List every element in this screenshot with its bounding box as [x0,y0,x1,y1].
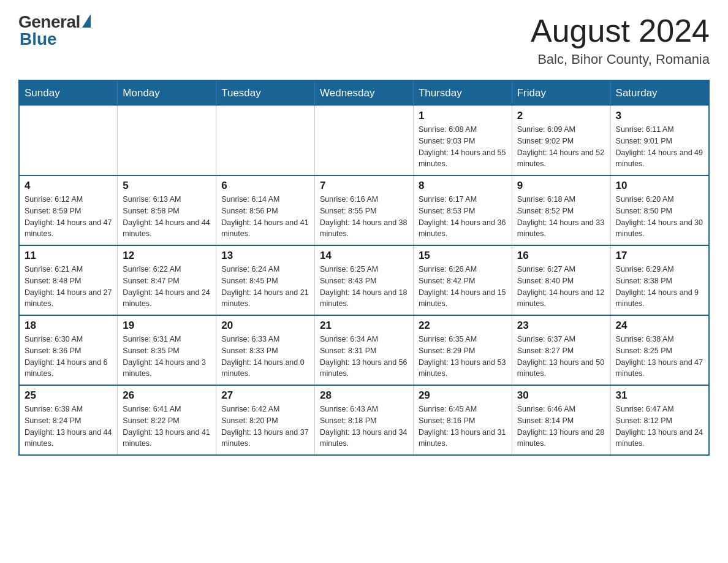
day-info: Sunrise: 6:25 AMSunset: 8:43 PMDaylight:… [320,264,408,310]
day-info: Sunrise: 6:27 AMSunset: 8:40 PMDaylight:… [517,264,605,310]
day-number: 5 [123,180,211,192]
title-area: August 2024 Balc, Bihor County, Romania [531,12,710,67]
column-header-saturday: Saturday [610,80,709,106]
calendar-cell [118,106,216,176]
day-number: 28 [320,389,408,402]
calendar-cell: 29Sunrise: 6:45 AMSunset: 8:16 PMDayligh… [413,385,512,455]
day-info: Sunrise: 6:16 AMSunset: 8:55 PMDaylight:… [320,194,408,240]
location-title: Balc, Bihor County, Romania [531,52,710,67]
day-number: 31 [616,389,703,402]
calendar-cell: 3Sunrise: 6:11 AMSunset: 9:01 PMDaylight… [610,106,709,176]
day-info: Sunrise: 6:34 AMSunset: 8:31 PMDaylight:… [320,334,408,380]
day-info: Sunrise: 6:29 AMSunset: 8:38 PMDaylight:… [616,264,703,310]
day-info: Sunrise: 6:17 AMSunset: 8:53 PMDaylight:… [419,194,507,240]
calendar-cell: 25Sunrise: 6:39 AMSunset: 8:24 PMDayligh… [19,385,118,455]
day-info: Sunrise: 6:38 AMSunset: 8:25 PMDaylight:… [616,334,703,380]
day-info: Sunrise: 6:33 AMSunset: 8:33 PMDaylight:… [221,334,309,380]
calendar-cell [216,106,315,176]
calendar-cell [315,106,414,176]
day-info: Sunrise: 6:20 AMSunset: 8:50 PMDaylight:… [616,194,703,240]
day-number: 4 [25,180,112,192]
day-number: 8 [419,180,507,192]
month-title: August 2024 [531,12,710,49]
column-header-friday: Friday [512,80,610,106]
calendar-cell: 2Sunrise: 6:09 AMSunset: 9:02 PMDaylight… [512,106,610,176]
day-number: 18 [25,320,112,332]
day-info: Sunrise: 6:30 AMSunset: 8:36 PMDaylight:… [25,334,112,380]
day-number: 26 [123,389,211,402]
calendar-cell: 31Sunrise: 6:47 AMSunset: 8:12 PMDayligh… [610,385,709,455]
day-info: Sunrise: 6:21 AMSunset: 8:48 PMDaylight:… [25,264,112,310]
day-info: Sunrise: 6:37 AMSunset: 8:27 PMDaylight:… [517,334,605,380]
calendar-cell: 27Sunrise: 6:42 AMSunset: 8:20 PMDayligh… [216,385,315,455]
day-info: Sunrise: 6:31 AMSunset: 8:35 PMDaylight:… [123,334,211,380]
day-number: 6 [221,180,309,192]
day-number: 17 [616,250,703,262]
calendar-cell: 8Sunrise: 6:17 AMSunset: 8:53 PMDaylight… [413,175,512,245]
day-number: 3 [616,110,703,122]
calendar-cell: 10Sunrise: 6:20 AMSunset: 8:50 PMDayligh… [610,175,709,245]
day-number: 14 [320,250,408,262]
day-number: 30 [517,389,605,402]
column-header-tuesday: Tuesday [216,80,315,106]
day-info: Sunrise: 6:24 AMSunset: 8:45 PMDaylight:… [221,264,309,310]
column-header-sunday: Sunday [19,80,118,106]
day-info: Sunrise: 6:08 AMSunset: 9:03 PMDaylight:… [419,124,507,170]
day-number: 16 [517,250,605,262]
calendar-cell: 4Sunrise: 6:12 AMSunset: 8:59 PMDaylight… [19,175,118,245]
day-number: 10 [616,180,703,192]
day-info: Sunrise: 6:46 AMSunset: 8:14 PMDaylight:… [517,404,605,450]
calendar-cell [19,106,118,176]
calendar-cell: 20Sunrise: 6:33 AMSunset: 8:33 PMDayligh… [216,315,315,385]
day-number: 20 [221,320,309,332]
day-number: 29 [419,389,507,402]
calendar-cell: 24Sunrise: 6:38 AMSunset: 8:25 PMDayligh… [610,315,709,385]
column-header-monday: Monday [118,80,216,106]
day-info: Sunrise: 6:26 AMSunset: 8:42 PMDaylight:… [419,264,507,310]
day-info: Sunrise: 6:45 AMSunset: 8:16 PMDaylight:… [419,404,507,450]
calendar-week-row: 4Sunrise: 6:12 AMSunset: 8:59 PMDaylight… [19,175,709,245]
calendar-cell: 16Sunrise: 6:27 AMSunset: 8:40 PMDayligh… [512,245,610,315]
calendar-cell: 13Sunrise: 6:24 AMSunset: 8:45 PMDayligh… [216,245,315,315]
day-info: Sunrise: 6:11 AMSunset: 9:01 PMDaylight:… [616,124,703,170]
day-info: Sunrise: 6:41 AMSunset: 8:22 PMDaylight:… [123,404,211,450]
day-number: 13 [221,250,309,262]
logo-blue-text: Blue [20,29,57,49]
day-info: Sunrise: 6:47 AMSunset: 8:12 PMDaylight:… [616,404,703,450]
day-info: Sunrise: 6:43 AMSunset: 8:18 PMDaylight:… [320,404,408,450]
logo-triangle-icon [82,14,91,28]
day-number: 24 [616,320,703,332]
calendar-table: SundayMondayTuesdayWednesdayThursdayFrid… [18,80,710,456]
day-info: Sunrise: 6:14 AMSunset: 8:56 PMDaylight:… [221,194,309,240]
logo: General Blue [18,12,91,49]
day-number: 11 [25,250,112,262]
calendar-cell: 12Sunrise: 6:22 AMSunset: 8:47 PMDayligh… [118,245,216,315]
calendar-cell: 17Sunrise: 6:29 AMSunset: 8:38 PMDayligh… [610,245,709,315]
day-number: 27 [221,389,309,402]
day-number: 25 [25,389,112,402]
day-info: Sunrise: 6:22 AMSunset: 8:47 PMDaylight:… [123,264,211,310]
day-number: 12 [123,250,211,262]
column-header-thursday: Thursday [413,80,512,106]
calendar-cell: 30Sunrise: 6:46 AMSunset: 8:14 PMDayligh… [512,385,610,455]
calendar-cell: 19Sunrise: 6:31 AMSunset: 8:35 PMDayligh… [118,315,216,385]
day-info: Sunrise: 6:12 AMSunset: 8:59 PMDaylight:… [25,194,112,240]
day-number: 1 [419,110,507,122]
calendar-cell: 21Sunrise: 6:34 AMSunset: 8:31 PMDayligh… [315,315,414,385]
day-number: 7 [320,180,408,192]
calendar-cell: 1Sunrise: 6:08 AMSunset: 9:03 PMDaylight… [413,106,512,176]
day-info: Sunrise: 6:18 AMSunset: 8:52 PMDaylight:… [517,194,605,240]
day-number: 22 [419,320,507,332]
column-header-wednesday: Wednesday [315,80,414,106]
day-info: Sunrise: 6:35 AMSunset: 8:29 PMDaylight:… [419,334,507,380]
calendar-week-row: 1Sunrise: 6:08 AMSunset: 9:03 PMDaylight… [19,106,709,176]
day-info: Sunrise: 6:13 AMSunset: 8:58 PMDaylight:… [123,194,211,240]
day-number: 9 [517,180,605,192]
calendar-cell: 14Sunrise: 6:25 AMSunset: 8:43 PMDayligh… [315,245,414,315]
day-info: Sunrise: 6:39 AMSunset: 8:24 PMDaylight:… [25,404,112,450]
calendar-cell: 18Sunrise: 6:30 AMSunset: 8:36 PMDayligh… [19,315,118,385]
page-header: General Blue August 2024 Balc, Bihor Cou… [18,12,710,67]
calendar-cell: 6Sunrise: 6:14 AMSunset: 8:56 PMDaylight… [216,175,315,245]
day-number: 21 [320,320,408,332]
day-number: 19 [123,320,211,332]
